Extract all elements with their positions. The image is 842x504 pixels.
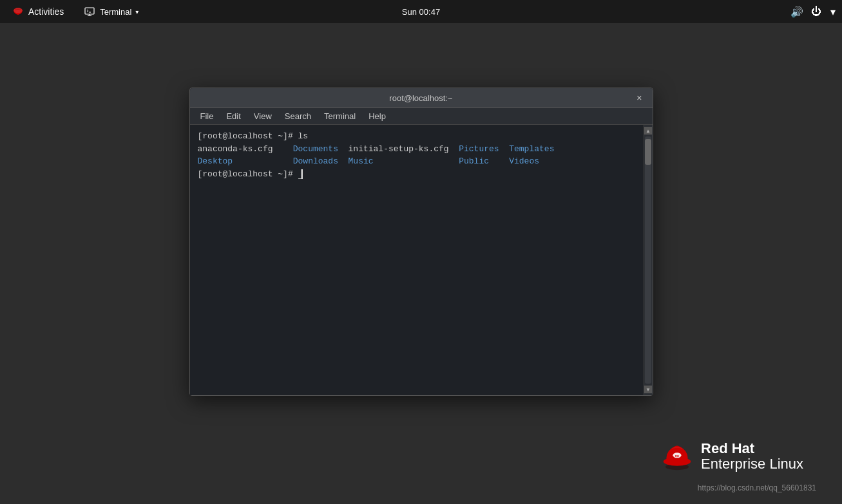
term-text-music: Music xyxy=(349,156,459,166)
blog-url: https://blog.csdn.net/qq_56601831 xyxy=(698,483,816,492)
terminal-text-area[interactable]: [root@localhost ~]# ls anaconda-ks.cfg D… xyxy=(190,125,644,395)
menu-search[interactable]: Search xyxy=(278,109,318,123)
menu-terminal[interactable]: Terminal xyxy=(318,109,362,123)
terminal-content: [root@localhost ~]# ls anaconda-ks.cfg D… xyxy=(190,125,653,395)
scrollbar-thumb[interactable] xyxy=(645,139,651,165)
terminal-title: root@localhost:~ xyxy=(209,93,633,103)
scrollbar-down-button[interactable]: ▼ xyxy=(644,386,652,393)
volume-icon[interactable]: 🔊 xyxy=(790,6,803,18)
term-text-templates: Templates xyxy=(509,144,554,154)
term-line-ls-output: anaconda-ks.cfg Documents initial-setup-… xyxy=(198,143,636,156)
clock-time: Sun 00:47 xyxy=(402,7,440,17)
terminal-close-button[interactable]: × xyxy=(633,92,646,104)
term-cursor: ▋ xyxy=(298,169,303,179)
term-line-prompt-2: [root@localhost ~]# ▋ xyxy=(198,168,636,181)
menu-file[interactable]: File xyxy=(194,109,220,123)
svg-rect-2 xyxy=(85,8,94,14)
term-text-anaconda: anaconda-ks.cfg xyxy=(198,144,293,154)
terminal-scrollbar[interactable]: ▲ ▼ xyxy=(644,125,653,395)
terminal-icon xyxy=(84,6,95,17)
redhat-hat-icon: RH xyxy=(661,442,693,471)
terminal-menubar: File Edit View Search Terminal Help xyxy=(190,108,653,125)
term-text-initial: initial-setup-ks.cfg xyxy=(349,144,459,154)
activities-button[interactable]: Activities xyxy=(6,3,69,21)
terminal-menu-button[interactable]: Terminal ▾ xyxy=(79,4,144,19)
term-line-cmd: [root@localhost ~]# ls xyxy=(198,130,636,143)
redhat-icon xyxy=(12,5,24,18)
topbar-left: Activities Terminal ▾ xyxy=(6,3,144,21)
term-text-documents: Documents xyxy=(293,144,349,154)
activities-label: Activities xyxy=(28,6,64,17)
redhat-brand-name: Red Hat xyxy=(701,441,803,456)
svg-text:RH: RH xyxy=(675,454,679,458)
topbar: Activities Terminal ▾ Sun 00:47 🔊 ⏻ ▾ xyxy=(0,0,842,23)
menu-edit[interactable]: Edit xyxy=(220,109,247,123)
terminal-window: root@localhost:~ × File Edit View Search… xyxy=(189,88,653,396)
topbar-clock: Sun 00:47 xyxy=(402,7,440,17)
term-text-desktop: Desktop xyxy=(198,156,293,166)
topbar-chevron[interactable]: ▾ xyxy=(830,6,836,18)
menu-view[interactable]: View xyxy=(247,109,278,123)
scrollbar-track[interactable] xyxy=(645,136,651,384)
scrollbar-up-button[interactable]: ▲ xyxy=(644,127,652,135)
redhat-logo: RH Red Hat Enterprise Linux xyxy=(661,441,803,472)
term-cmd-ls: ls xyxy=(298,131,309,141)
topbar-right: 🔊 ⏻ ▾ xyxy=(790,6,836,18)
terminal-menu-chevron: ▾ xyxy=(135,8,139,15)
terminal-titlebar: root@localhost:~ × xyxy=(190,88,653,108)
term-prompt-2: [root@localhost ~]# xyxy=(198,169,298,179)
term-text-pictures: Pictures xyxy=(459,144,509,154)
term-text-public: Public xyxy=(459,156,509,166)
power-icon[interactable]: ⏻ xyxy=(811,6,821,17)
svg-point-1 xyxy=(14,8,22,13)
term-text-videos: Videos xyxy=(509,156,539,166)
redhat-brand-product: Enterprise Linux xyxy=(701,456,803,472)
menu-help[interactable]: Help xyxy=(362,109,392,123)
term-prompt-1: [root@localhost ~]# xyxy=(198,131,298,141)
term-line-ls-output-2: Desktop Downloads Music Public Videos xyxy=(198,155,636,168)
redhat-brand-text: Red Hat Enterprise Linux xyxy=(701,441,803,472)
terminal-menu-label: Terminal xyxy=(100,7,131,17)
term-text-downloads: Downloads xyxy=(293,156,349,166)
desktop: root@localhost:~ × File Edit View Search… xyxy=(0,23,842,504)
